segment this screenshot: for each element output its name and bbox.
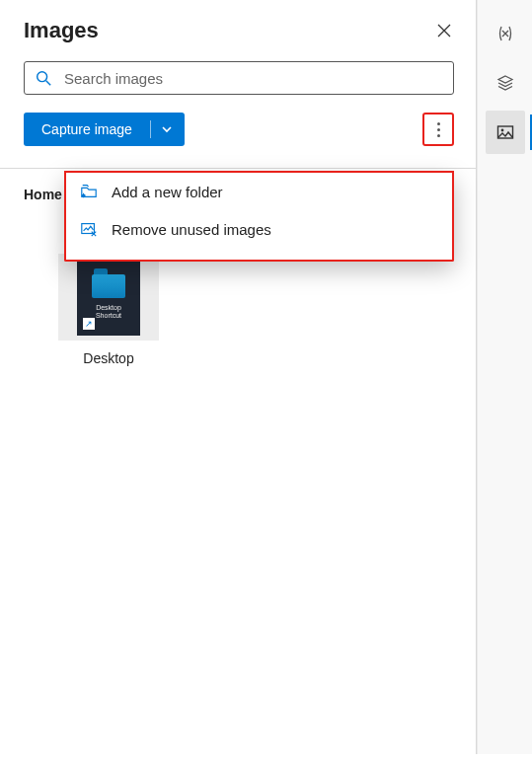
- right-rail: [477, 0, 532, 754]
- add-folder-icon: [80, 183, 98, 200]
- svg-point-4: [500, 129, 503, 132]
- menu-remove-unused[interactable]: Remove unused images: [66, 210, 452, 248]
- menu-remove-unused-label: Remove unused images: [112, 221, 271, 238]
- more-vertical-icon: [437, 122, 440, 125]
- toolbar-row: Capture image: [24, 113, 454, 146]
- thumbnail-caption: Desktop: [58, 350, 159, 366]
- image-grid: Desktop Shortcut ↗ Desktop: [24, 254, 454, 366]
- svg-line-1: [46, 81, 51, 86]
- menu-add-folder-label: Add a new folder: [112, 184, 223, 200]
- tile-text-1: Desktop: [96, 304, 121, 312]
- folder-icon: [92, 274, 125, 298]
- close-icon: [437, 24, 451, 38]
- search-icon: [35, 69, 52, 87]
- capture-image-label: Capture image: [41, 121, 132, 137]
- chevron-down-icon: [161, 123, 173, 135]
- split-divider: [150, 120, 151, 138]
- capture-image-button[interactable]: Capture image: [24, 113, 185, 146]
- variables-icon: [495, 24, 515, 43]
- images-icon: [495, 122, 515, 142]
- close-button[interactable]: [434, 21, 454, 40]
- panel-header: Images: [24, 18, 454, 43]
- layers-icon: [495, 73, 515, 93]
- more-options-button[interactable]: [426, 116, 450, 142]
- menu-add-folder[interactable]: Add a new folder: [66, 173, 452, 210]
- rail-layers-button[interactable]: [486, 61, 525, 105]
- search-input[interactable]: [62, 69, 443, 88]
- shortcut-arrow-icon: ↗: [83, 318, 95, 330]
- more-button-highlight: [422, 113, 454, 146]
- content-divider: [0, 168, 476, 169]
- rail-images-button[interactable]: [486, 111, 525, 154]
- images-panel: Images Capture image: [0, 0, 477, 754]
- image-thumbnail[interactable]: Desktop Shortcut ↗ Desktop: [58, 254, 159, 366]
- more-options-menu: Add a new folder Remove unused images: [64, 173, 454, 262]
- capture-image-dropdown[interactable]: [161, 123, 185, 135]
- search-input-wrapper[interactable]: [24, 61, 454, 95]
- thumbnail-tile: Desktop Shortcut ↗: [58, 254, 159, 341]
- svg-point-0: [38, 72, 47, 82]
- thumbnail-dark-box: Desktop Shortcut ↗: [77, 259, 140, 336]
- tile-text-2: Shortcut: [96, 312, 121, 320]
- remove-unused-icon: [80, 220, 98, 238]
- panel-title: Images: [24, 18, 99, 43]
- rail-variables-button[interactable]: [486, 12, 525, 55]
